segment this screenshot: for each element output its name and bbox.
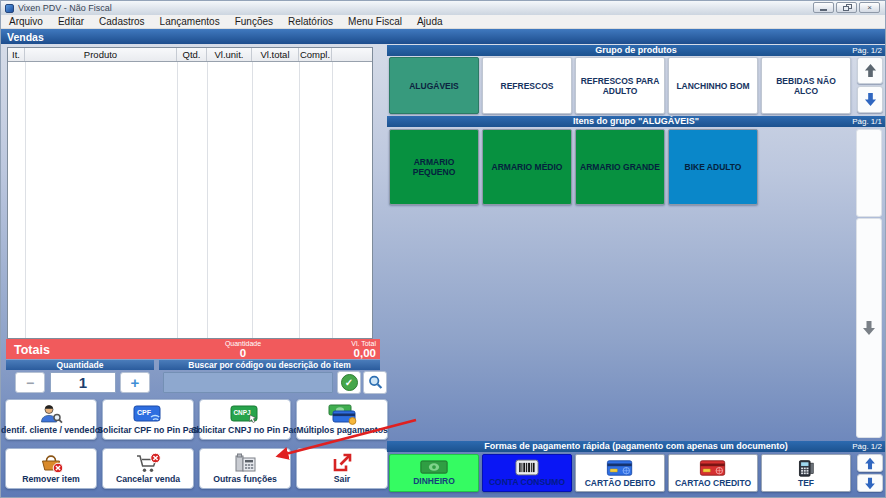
quantity-increase-button[interactable]: + [120, 372, 150, 393]
app-window: Vixen PDV - Não Fiscal × Arquivo Editar … [0, 0, 886, 498]
payment-label: CARTÃO DEBITO [585, 478, 656, 488]
debit-card-icon [606, 459, 634, 477]
menu-item-lancamentos[interactable]: Lançamentos [160, 16, 220, 27]
payments-scroll-up-button[interactable] [857, 454, 883, 472]
remove-item-icon [38, 452, 65, 474]
other-functions-icon [232, 452, 259, 474]
payment-label: CONTA CONSUMO [489, 477, 565, 487]
restore-button[interactable] [836, 2, 857, 13]
product-groups-title: Grupo de produtos [595, 45, 677, 55]
group-button-refrescos[interactable]: REFRESCOS [482, 57, 572, 114]
payment-methods-title: Formas de pagamento rápida (pagamento co… [484, 441, 788, 451]
column-header-vl-unit: Vl.unit. [207, 48, 252, 61]
totals-total: Vl. Total 0,00 [292, 340, 376, 359]
group-button-bebidas[interactable]: BEBIDAS NÃO ALCO [761, 57, 851, 114]
button-label: Outras funções [213, 475, 277, 484]
groups-scroll-up-button[interactable] [857, 57, 883, 84]
button-label: Múltiplos pagamentos [296, 426, 388, 435]
other-functions-button[interactable]: Outras funções [199, 448, 291, 489]
group-items-header: Itens do grupo "ALUGÁVEIS" Pág. 1/1 [387, 116, 885, 127]
button-label: Remover item [22, 475, 79, 484]
payment-button-cartao-credito[interactable]: CARTAO CREDITO [668, 454, 758, 492]
menu-item-cadastros[interactable]: Cadastros [99, 16, 145, 27]
group-button-alugaveis[interactable]: ALUGÁVEIS [389, 57, 479, 114]
items-scroll-down-button[interactable] [856, 218, 882, 438]
menu-item-relatorios[interactable]: Relatórios [288, 16, 333, 27]
search-input[interactable] [163, 372, 333, 393]
search-panel-header: Buscar por código ou descrição do item [159, 360, 380, 370]
menu-item-editar[interactable]: Editar [58, 16, 84, 27]
button-label: Sair [334, 475, 350, 484]
app-icon [5, 4, 14, 13]
plus-icon: + [131, 374, 140, 391]
payments-scroll-down-button[interactable] [857, 474, 883, 492]
item-button-bike-adulto[interactable]: BIKE ADULTO [668, 129, 758, 205]
item-button-armario-pequeno[interactable]: ARMARIO PEQUENO [389, 129, 479, 205]
menu-item-arquivo[interactable]: Arquivo [9, 16, 43, 27]
menu-item-ajuda[interactable]: Ajuda [417, 16, 443, 27]
table-column-line [207, 62, 208, 338]
payment-button-dinheiro[interactable]: DINHEIRO [389, 454, 479, 492]
table-column-line [332, 62, 333, 338]
view-title: Vendas [7, 31, 44, 43]
totals-quantity-value: 0 [201, 348, 285, 359]
cancel-sale-button[interactable]: Cancelar venda [102, 448, 194, 489]
table-column-line [299, 62, 300, 338]
close-icon: × [867, 4, 872, 12]
button-label: Solicitar CNPJ no Pin Pad [191, 426, 298, 435]
banknote-icon [419, 460, 449, 475]
table-column-line [25, 62, 26, 338]
payment-label: TEF [798, 478, 814, 488]
cpf-card-icon: CPF [133, 404, 163, 425]
request-cpf-pinpad-button[interactable]: CPF Solicitar CPF no Pin Pad [102, 399, 194, 440]
multiple-payments-button[interactable]: Múltiplos pagamentos [296, 399, 388, 440]
column-header-compl: Compl. [299, 48, 332, 61]
search-icon [367, 374, 384, 391]
totals-bar: Totais Quantidade 0 Vl. Total 0,00 [6, 339, 380, 359]
quantity-panel-header: Quantidade [6, 360, 154, 370]
quantity-value-box[interactable]: 1 [50, 372, 116, 393]
item-button-armario-grande[interactable]: ARMARIO GRANDE [575, 129, 665, 205]
payment-methods-page: Pág. 1/2 [852, 441, 882, 452]
column-header-it: It. [8, 48, 25, 61]
identify-customer-button[interactable]: Identif. cliente / vendedor [5, 399, 97, 440]
button-label: Cancelar venda [116, 475, 180, 484]
group-button-refrescos-adulto[interactable]: REFRESCOS PARA ADULTO [575, 57, 665, 114]
payment-button-tef[interactable]: TEF [761, 454, 851, 492]
confirm-search-button[interactable]: ✓ [337, 371, 361, 394]
column-header-extra [332, 48, 372, 61]
arrow-up-icon [864, 63, 877, 78]
menu-item-menu-fiscal[interactable]: Menu Fiscal [348, 16, 402, 27]
minimize-button[interactable] [813, 2, 834, 13]
barcode-icon [515, 459, 539, 476]
group-button-lanchinho[interactable]: LANCHINHO BOM [668, 57, 758, 114]
exit-button[interactable]: Sair [296, 448, 388, 489]
menu-item-funcoes[interactable]: Funções [235, 16, 273, 27]
request-cnpj-pinpad-button[interactable]: CNPJ Solicitar CNPJ no Pin Pad [199, 399, 291, 440]
close-button[interactable]: × [859, 2, 880, 13]
arrow-down-icon [862, 320, 876, 336]
payment-button-conta-consumo[interactable]: CONTA CONSUMO [482, 454, 572, 492]
sale-items-table: It. Produto Qtd. Vl.unit. Vl.total Compl… [7, 47, 373, 339]
minus-icon: − [26, 375, 34, 391]
product-groups-page: Pág. 1/2 [852, 45, 882, 56]
totals-label: Totais [14, 343, 50, 357]
items-scroll-up-button[interactable] [856, 129, 882, 217]
item-button-armario-medio[interactable]: ARMARIO MÉDIO [482, 129, 572, 205]
cancel-sale-icon [135, 452, 162, 474]
view-title-bar: Vendas [1, 29, 885, 44]
cnpj-card-text: CNPJ [233, 408, 250, 415]
payment-button-cartao-debito[interactable]: CARTÃO DEBITO [575, 454, 665, 492]
table-header-row: It. Produto Qtd. Vl.unit. Vl.total Compl… [8, 48, 372, 62]
column-header-qtd: Qtd. [177, 48, 207, 61]
payment-label: CARTAO CREDITO [675, 478, 751, 488]
cnpj-card-icon: CNPJ [230, 404, 260, 425]
quantity-value: 1 [79, 374, 87, 391]
quantity-decrease-button[interactable]: − [15, 372, 45, 393]
groups-scroll-down-button[interactable] [857, 86, 883, 113]
remove-item-button[interactable]: Remover item [5, 448, 97, 489]
check-icon: ✓ [341, 374, 358, 391]
table-column-line [252, 62, 253, 338]
payment-methods-header: Formas de pagamento rápida (pagamento co… [387, 441, 885, 452]
search-button[interactable] [363, 371, 387, 394]
